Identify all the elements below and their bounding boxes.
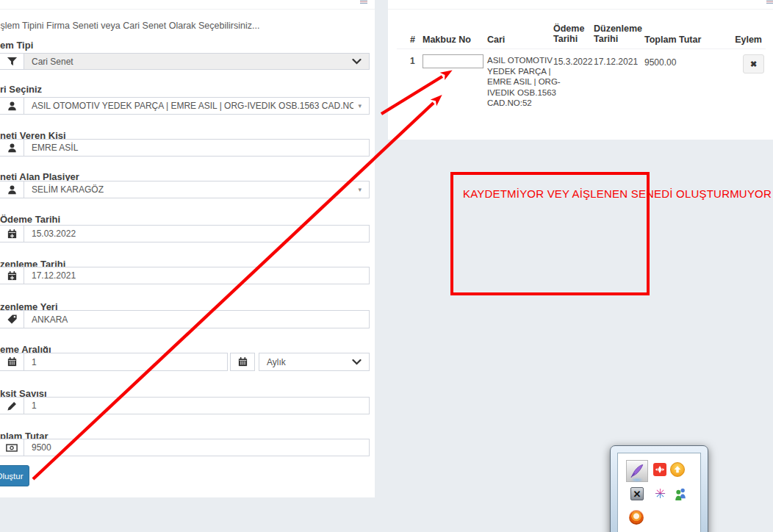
table-header-border xyxy=(397,48,766,49)
seneti-alan-row: SELİM KARAGÖZ ▾ xyxy=(0,181,370,198)
pencil-icon xyxy=(0,397,24,414)
row-delete-button[interactable]: ✖ xyxy=(743,54,764,73)
money-icon xyxy=(0,439,24,456)
odeme-tarihi-row xyxy=(0,225,370,242)
duzenleme-tarihi-row xyxy=(0,267,370,284)
chevron-down-icon xyxy=(352,359,362,365)
orange-up-arrow-tool[interactable] xyxy=(670,462,685,477)
form-hint-text: İşlem Tipini Firma Seneti veya Cari Sene… xyxy=(0,21,259,31)
odeme-araligi-row xyxy=(0,353,228,371)
col-header-index: # xyxy=(410,35,415,46)
calendar-icon xyxy=(0,353,24,371)
row-toplam-tutar: 9500.00 xyxy=(644,57,676,68)
calendar-plus-icon xyxy=(0,267,24,284)
col-header-cari: Cari xyxy=(487,35,505,46)
feather-pen-tool-selected[interactable] xyxy=(626,460,648,482)
up-arrow-icon xyxy=(673,465,682,474)
odeme-araligi-period-row: Aylık xyxy=(230,353,370,371)
panel-options-icon[interactable] xyxy=(360,0,367,4)
calendar-plus-icon xyxy=(0,225,24,242)
left-panel-header-divider xyxy=(0,9,375,10)
seneti-alan-select[interactable]: SELİM KARAGÖZ ▾ xyxy=(24,181,370,198)
people-icon xyxy=(674,486,687,501)
makbuz-no-input[interactable] xyxy=(423,54,483,68)
cari-seciniz-select[interactable]: ASIL OTOMOTIV YEDEK PARÇA | EMRE ASIL | … xyxy=(24,97,370,115)
seneti-veren-input[interactable] xyxy=(24,139,370,157)
row-index: 1 xyxy=(410,56,415,66)
orange-ring-tool[interactable] xyxy=(629,510,644,525)
duzenleme-yeri-input[interactable] xyxy=(24,310,370,328)
selection-glow xyxy=(632,478,642,481)
senet-form-panel xyxy=(0,0,375,497)
snowflake-icon: ✳ xyxy=(655,487,666,500)
box-x-tool[interactable]: ✕ xyxy=(630,487,644,500)
person-icon xyxy=(0,139,24,157)
snowflake-tool[interactable]: ✳ xyxy=(652,486,668,502)
chevron-down-icon xyxy=(352,59,362,65)
feather-pen-icon xyxy=(628,462,646,480)
islem-tipi-selected-value: Cari Senet xyxy=(32,57,73,67)
page: İşlem Tipini Firma Seneti veya Cari Sene… xyxy=(0,0,773,532)
olustur-button[interactable]: Oluştur xyxy=(0,465,29,486)
seneti-alan-selected-value: SELİM KARAGÖZ xyxy=(32,184,104,195)
cari-seciniz-row: ASIL OTOMOTIV YEDEK PARÇA | EMRE ASIL | … xyxy=(0,97,370,115)
panel-options-icon[interactable] xyxy=(766,0,773,4)
duzenleme-tarihi-input[interactable] xyxy=(24,267,370,284)
odeme-tarihi-label: Ödeme Tarihi xyxy=(0,214,60,225)
col-header-eylem: Eylem xyxy=(703,35,762,46)
odeme-araligi-input[interactable] xyxy=(24,353,228,371)
odeme-araligi-period-select[interactable]: Aylık xyxy=(259,353,370,371)
islem-tipi-select[interactable]: Cari Senet xyxy=(24,53,370,70)
senet-list-panel xyxy=(388,0,773,140)
col-header-odeme: Ödeme Tarihi xyxy=(553,24,589,44)
cari-seciniz-selected-value: ASIL OTOMOTIV YEDEK PARÇA | EMRE ASIL | … xyxy=(32,101,353,111)
taksit-sayisi-row xyxy=(0,397,370,414)
odeme-tarihi-input[interactable] xyxy=(24,225,370,242)
toplam-tutar-input[interactable] xyxy=(24,439,370,456)
annotation-note-text: KAYDETMİYOR VEY AİŞLENEN SENEDİ OLUŞTURM… xyxy=(463,187,772,200)
person-icon xyxy=(0,181,24,198)
red-diamond-tool[interactable] xyxy=(653,463,666,476)
tag-icon xyxy=(0,310,24,328)
period-selected-value: Aylık xyxy=(267,357,286,367)
islem-tipi-row: Cari Senet xyxy=(0,53,370,70)
x-mark-icon: ✕ xyxy=(633,489,641,499)
palette-body: ✕ ✳ xyxy=(617,453,701,532)
calendar-icon xyxy=(230,353,255,371)
annotation-tool-palette-window[interactable]: ✕ ✳ xyxy=(610,445,708,532)
duzenleme-yeri-row xyxy=(0,310,370,328)
toplam-tutar-row xyxy=(0,439,370,456)
col-header-duzenleme: Düzenleme Tarihi xyxy=(594,24,641,44)
right-panel-header-divider xyxy=(388,9,773,10)
close-icon: ✖ xyxy=(750,60,757,69)
row-odeme-tarihi: 15.3.2022 xyxy=(553,57,592,67)
diamond-arrows-icon xyxy=(654,464,666,475)
caret-down-icon: ▾ xyxy=(358,102,362,109)
col-header-toplam: Toplam Tutar xyxy=(644,35,701,46)
people-tool[interactable] xyxy=(674,486,687,501)
islem-tipi-label: em Tipi xyxy=(0,40,33,51)
row-cari-cell: ASIL OTOMOTIV YEDEK PARÇA | EMRE ASIL | … xyxy=(487,55,561,109)
col-header-makbuz: Makbuz No xyxy=(423,35,471,46)
cari-seciniz-label: ri Seçiniz xyxy=(0,84,42,95)
caret-down-icon: ▾ xyxy=(358,186,362,193)
seneti-veren-row xyxy=(0,139,370,157)
filter-icon xyxy=(0,53,24,70)
row-duzenleme-tarihi: 17.12.2021 xyxy=(594,57,638,67)
person-icon xyxy=(0,97,24,115)
taksit-sayisi-input[interactable] xyxy=(24,397,370,414)
